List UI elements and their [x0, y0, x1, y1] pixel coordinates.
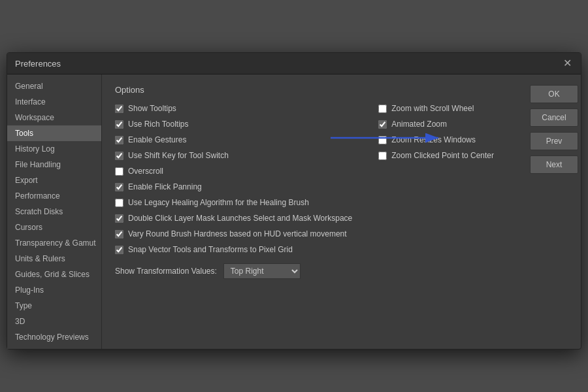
sidebar: GeneralInterfaceWorkspaceToolsHistory Lo…: [7, 74, 102, 349]
label-zoom-resizes-windows: Zoom Resizes Windows: [391, 135, 476, 144]
label-snap-vector-tools: Snap Vector Tools and Transforms to Pixe…: [128, 245, 293, 254]
label-double-click-layer-mask: Double Click Layer Mask Launches Select …: [128, 214, 352, 223]
left-options-col: Show TooltipsUse Rich TooltipsEnable Ges…: [115, 104, 352, 254]
buttons-panel: OK Cancel Prev Next: [522, 74, 581, 349]
sidebar-item-workspace[interactable]: Workspace: [7, 110, 101, 125]
sidebar-item-units-rulers[interactable]: Units & Rulers: [7, 251, 101, 267]
checkbox-animated-zoom[interactable]: [378, 120, 387, 129]
label-use-rich-tooltips: Use Rich Tooltips: [128, 120, 188, 129]
right-options-col: Zoom with Scroll WheelAnimated ZoomZoom …: [378, 104, 494, 254]
sidebar-item-3d[interactable]: 3D: [7, 314, 101, 329]
label-overscroll: Overscroll: [128, 167, 163, 176]
option-row-snap-vector-tools: Snap Vector Tools and Transforms to Pixe…: [115, 245, 352, 254]
option-row-show-tooltips: Show Tooltips: [115, 104, 352, 113]
checkbox-use-shift-key[interactable]: [115, 152, 123, 160]
dialog-body: GeneralInterfaceWorkspaceToolsHistory Lo…: [7, 74, 581, 349]
checkbox-overscroll[interactable]: [115, 167, 123, 176]
sidebar-item-history-log[interactable]: History Log: [7, 141, 101, 157]
option-row-zoom-scroll-wheel: Zoom with Scroll Wheel: [378, 104, 494, 113]
checkbox-zoom-resizes-windows[interactable]: [378, 136, 387, 144]
sidebar-item-export[interactable]: Export: [7, 172, 101, 188]
label-zoom-scroll-wheel: Zoom with Scroll Wheel: [391, 104, 474, 113]
sidebar-item-interface[interactable]: Interface: [7, 94, 101, 110]
option-row-zoom-resizes-windows: Zoom Resizes Windows: [378, 135, 494, 144]
sidebar-item-scratch-disks[interactable]: Scratch Disks: [7, 204, 101, 220]
ok-button[interactable]: OK: [530, 85, 578, 103]
label-enable-gestures: Enable Gestures: [128, 135, 186, 144]
transform-values-row: Show Transformation Values: Top RightTop…: [115, 263, 509, 279]
sidebar-item-tools[interactable]: Tools: [7, 125, 101, 141]
transform-values-select[interactable]: Top RightTop LeftBottom RightBottom Left…: [223, 263, 301, 279]
label-use-shift-key: Use Shift Key for Tool Switch: [128, 151, 229, 160]
option-row-use-legacy-healing: Use Legacy Healing Algorithm for the Hea…: [115, 198, 352, 207]
sidebar-item-cursors[interactable]: Cursors: [7, 220, 101, 235]
option-row-vary-round-brush: Vary Round Brush Hardness based on HUD v…: [115, 229, 352, 238]
label-enable-flick-panning: Enable Flick Panning: [128, 182, 202, 191]
checkbox-use-rich-tooltips[interactable]: [115, 120, 123, 129]
option-row-use-rich-tooltips: Use Rich Tooltips: [115, 120, 352, 129]
sidebar-item-plug-ins[interactable]: Plug-Ins: [7, 282, 101, 298]
checkbox-snap-vector-tools[interactable]: [115, 246, 123, 254]
next-button[interactable]: Next: [530, 155, 578, 174]
transform-values-label: Show Transformation Values:: [115, 267, 217, 276]
checkbox-enable-flick-panning[interactable]: [115, 183, 123, 191]
sidebar-item-performance[interactable]: Performance: [7, 188, 101, 204]
checkbox-zoom-scroll-wheel[interactable]: [378, 105, 387, 113]
checkbox-enable-gestures[interactable]: [115, 136, 123, 144]
label-zoom-clicked-point: Zoom Clicked Point to Center: [391, 151, 494, 160]
checkbox-show-tooltips[interactable]: [115, 105, 123, 113]
option-row-overscroll: Overscroll: [115, 167, 352, 176]
checkbox-double-click-layer-mask[interactable]: [115, 214, 123, 223]
sidebar-item-file-handling[interactable]: File Handling: [7, 157, 101, 172]
options-section-title: Options: [115, 85, 509, 95]
main-content: Options Show TooltipsUse Rich TooltipsEn…: [102, 74, 522, 349]
option-row-double-click-layer-mask: Double Click Layer Mask Launches Select …: [115, 214, 352, 223]
close-button[interactable]: ✕: [562, 58, 573, 69]
dialog-title: Preferences: [15, 59, 61, 69]
checkbox-zoom-clicked-point[interactable]: [378, 152, 387, 160]
sidebar-item-type[interactable]: Type: [7, 298, 101, 314]
dialog-overlay: Preferences ✕ GeneralInterfaceWorkspaceT…: [7, 52, 581, 340]
label-use-legacy-healing: Use Legacy Healing Algorithm for the Hea…: [128, 198, 309, 207]
preferences-dialog: Preferences ✕ GeneralInterfaceWorkspaceT…: [7, 52, 581, 350]
sidebar-item-guides-grid-slices[interactable]: Guides, Grid & Slices: [7, 267, 101, 282]
label-vary-round-brush: Vary Round Brush Hardness based on HUD v…: [128, 229, 347, 238]
option-row-zoom-clicked-point: Zoom Clicked Point to Center: [378, 151, 494, 160]
option-row-animated-zoom: Animated Zoom: [378, 120, 494, 129]
checkbox-vary-round-brush[interactable]: [115, 230, 123, 238]
options-grid: Show TooltipsUse Rich TooltipsEnable Ges…: [115, 104, 509, 254]
checkbox-use-legacy-healing[interactable]: [115, 199, 123, 207]
option-row-enable-flick-panning: Enable Flick Panning: [115, 182, 352, 191]
prev-button[interactable]: Prev: [530, 132, 578, 150]
cancel-button[interactable]: Cancel: [530, 108, 578, 127]
sidebar-item-technology-previews[interactable]: Technology Previews: [7, 329, 101, 345]
label-animated-zoom: Animated Zoom: [391, 120, 447, 129]
label-show-tooltips: Show Tooltips: [128, 104, 176, 113]
sidebar-item-general[interactable]: General: [7, 78, 101, 94]
option-row-enable-gestures: Enable Gestures: [115, 135, 352, 144]
option-row-use-shift-key: Use Shift Key for Tool Switch: [115, 151, 352, 160]
dialog-title-bar: Preferences ✕: [7, 53, 581, 74]
sidebar-item-transparency-gamut[interactable]: Transparency & Gamut: [7, 235, 101, 251]
